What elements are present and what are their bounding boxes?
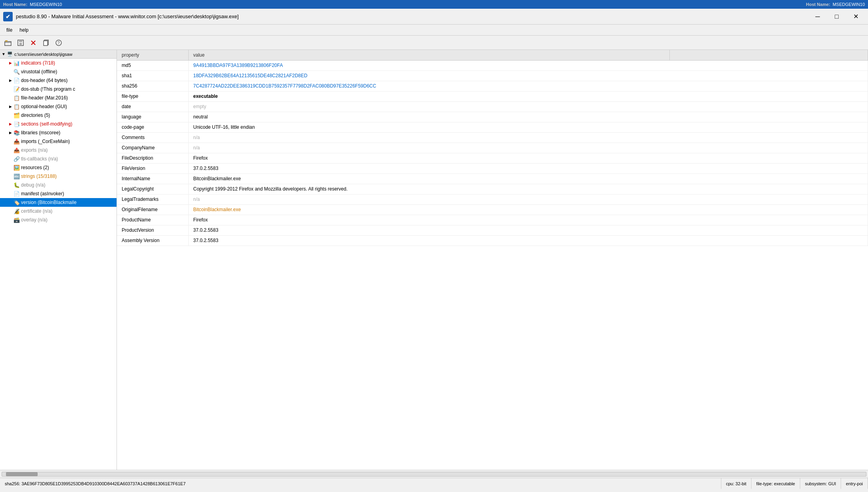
sidebar-item-virustotal[interactable]: 🔍virustotal (offline) xyxy=(0,67,117,76)
property-cell: Assembly Version xyxy=(117,235,188,246)
value-cell: neutral xyxy=(188,112,868,122)
value-cell: executable xyxy=(188,91,868,101)
top-bar: Host Name: MSEDGEWIN10 Host Name: MSEDGE… xyxy=(0,0,868,9)
toolbar-copy[interactable] xyxy=(40,37,52,48)
table-row: Commentsn/a xyxy=(117,132,868,143)
property-cell: FileVersion xyxy=(117,163,188,174)
sidebar-item-optional-header[interactable]: ▶📋optional-header (GUI) xyxy=(0,102,117,111)
property-cell: file-type xyxy=(117,91,188,101)
table-row: file-typeexecutable xyxy=(117,91,868,101)
tree-label-directories: directories (5) xyxy=(21,113,50,118)
value-cell: empty xyxy=(188,101,868,112)
sidebar-item-certificate[interactable]: 🔏certificate (n/a) xyxy=(0,207,117,215)
tree-icon-manifest: 📄 xyxy=(13,191,20,197)
property-cell: date xyxy=(117,101,188,112)
property-cell: FileDescription xyxy=(117,153,188,163)
value-cell: 37.0.2.5583 xyxy=(188,225,868,235)
host-value-left: MSEDGEWIN10 xyxy=(30,2,62,7)
table-row: FileVersion37.0.2.5583 xyxy=(117,163,868,174)
sidebar-item-imports[interactable]: 📥imports (_CorExeMain) xyxy=(0,137,117,146)
value-cell: n/a xyxy=(188,194,868,204)
toolbar-open[interactable] xyxy=(2,37,13,48)
sidebar-item-libraries[interactable]: ▶📚libraries (mscoree) xyxy=(0,128,117,137)
window-title: pestudio 8.90 - Malware Initial Assessme… xyxy=(16,13,239,19)
property-cell: ProductName xyxy=(117,215,188,225)
tree-icon-sections: 📑 xyxy=(13,121,20,127)
maximize-button[interactable]: □ xyxy=(828,10,846,23)
sidebar-item-version[interactable]: 🏷️version (BitcoinBlackmaile xyxy=(0,198,117,207)
svg-rect-8 xyxy=(44,41,48,46)
value-cell[interactable]: 9A4913BBDA97F3A1389B9213806F20FA xyxy=(188,60,868,71)
sidebar-item-resources[interactable]: 🖼️resources (2) xyxy=(0,163,117,172)
property-cell: InternalName xyxy=(117,174,188,184)
table-row: InternalNameBitcoinBlackmailer.exe xyxy=(117,174,868,184)
sidebar-item-dos-header[interactable]: ▶📄dos-header (64 bytes) xyxy=(0,76,117,85)
tree-icon-indicators: 📊 xyxy=(13,60,20,66)
table-row: languageneutral xyxy=(117,112,868,122)
sidebar-item-sections[interactable]: ▶📑sections (self-modifying) xyxy=(0,120,117,128)
title-bar: ✔ pestudio 8.90 - Malware Initial Assess… xyxy=(0,9,868,25)
toolbar: ? xyxy=(0,36,868,50)
value-cell[interactable]: 7C4287724AD22DEE386319CDD1B7592357F7798D… xyxy=(188,81,868,91)
tree-label-file-header: file-header (Mar.2016) xyxy=(21,95,68,101)
sidebar-item-tls-callbacks[interactable]: 🔗tls-callbacks (n/a) xyxy=(0,154,117,163)
value-cell: n/a xyxy=(188,132,868,143)
status-filetype: file-type: executable xyxy=(751,478,800,489)
sidebar-item-dos-stub[interactable]: 📝dos-stub (!This program c xyxy=(0,85,117,93)
table-row: CompanyNamen/a xyxy=(117,143,868,153)
menu-help[interactable]: help xyxy=(16,26,32,34)
tree-icon-exports: 📤 xyxy=(13,147,20,153)
tree-icon-optional-header: 📋 xyxy=(13,103,20,110)
sidebar-item-directories[interactable]: 🗂️directories (5) xyxy=(0,111,117,120)
status-cpu: cpu: 32-bit xyxy=(721,478,751,489)
property-cell: md5 xyxy=(117,60,188,71)
property-cell: Comments xyxy=(117,132,188,143)
hash-link[interactable]: 18DFA329B62BE64A12135615DE48C2821AF2D8ED xyxy=(193,73,308,78)
value-cell: 37.0.2.5583 xyxy=(188,235,868,246)
sidebar-item-debug[interactable]: 🐛debug (n/a) xyxy=(0,181,117,189)
tree-icon-certificate: 🔏 xyxy=(13,208,20,214)
toolbar-save[interactable] xyxy=(15,37,26,48)
property-cell: code-page xyxy=(117,122,188,132)
value-cell: Copyright 1999-2012 Firefox and Mozzilla… xyxy=(188,184,868,194)
close-button[interactable]: ✕ xyxy=(847,10,865,23)
app-icon: ✔ xyxy=(3,12,13,21)
filename-link[interactable]: BitcoinBlackmailer.exe xyxy=(193,207,241,212)
value-cell[interactable]: BitcoinBlackmailer.exe xyxy=(188,204,868,215)
table-row: md59A4913BBDA97F3A1389B9213806F20FA xyxy=(117,60,868,71)
right-panel: property value md59A4913BBDA97F3A1389B92… xyxy=(117,50,868,470)
sidebar-scrollbar[interactable] xyxy=(0,470,868,478)
tree-label-certificate: certificate (n/a) xyxy=(21,208,52,214)
value-cell[interactable]: 18DFA329B62BE64A12135615DE48C2821AF2D8ED xyxy=(188,71,868,81)
value-cell: 37.0.2.5583 xyxy=(188,163,868,174)
tree-label-dos-header: dos-header (64 bytes) xyxy=(21,78,67,83)
tree-icon-dos-header: 📄 xyxy=(13,77,20,84)
sidebar-item-overlay[interactable]: 🗃️overlay (n/a) xyxy=(0,215,117,224)
toolbar-stop[interactable] xyxy=(28,37,39,48)
property-cell: language xyxy=(117,112,188,122)
scrollbar-thumb[interactable] xyxy=(6,472,38,476)
menu-file[interactable]: file xyxy=(3,26,15,34)
property-table: property value md59A4913BBDA97F3A1389B92… xyxy=(117,50,868,246)
tree-label-indicators: indicators (7/18) xyxy=(21,60,55,66)
minimize-button[interactable]: ─ xyxy=(809,10,827,23)
sidebar-item-file-header[interactable]: 📋file-header (Mar.2016) xyxy=(0,93,117,102)
tree-label-debug: debug (n/a) xyxy=(21,182,45,188)
property-cell: LegalTrademarks xyxy=(117,194,188,204)
property-cell: sha1 xyxy=(117,71,188,81)
tree-icon-directories: 🗂️ xyxy=(13,112,20,118)
scrollbar-track[interactable] xyxy=(2,472,866,477)
sidebar-item-indicators[interactable]: ▶📊indicators (7/18) xyxy=(0,59,117,67)
tree-icon-file-header: 📋 xyxy=(13,95,20,101)
tree-icon-virustotal: 🔍 xyxy=(13,69,20,75)
sidebar-item-manifest[interactable]: 📄manifest (asInvoker) xyxy=(0,189,117,198)
col-header-extra xyxy=(670,50,868,60)
toolbar-help[interactable]: ? xyxy=(53,37,64,48)
hash-link[interactable]: 7C4287724AD22DEE386319CDD1B7592357F7798D… xyxy=(193,83,377,89)
hash-link[interactable]: 9A4913BBDA97F3A1389B9213806F20FA xyxy=(193,63,283,68)
sidebar-item-strings[interactable]: 🔤strings (15/3188) xyxy=(0,172,117,181)
table-row: OriginalFilenameBitcoinBlackmailer.exe xyxy=(117,204,868,215)
table-body: md59A4913BBDA97F3A1389B9213806F20FAsha11… xyxy=(117,60,868,246)
tree-label-tls-callbacks: tls-callbacks (n/a) xyxy=(21,156,58,162)
sidebar-item-exports[interactable]: 📤exports (n/a) xyxy=(0,146,117,154)
